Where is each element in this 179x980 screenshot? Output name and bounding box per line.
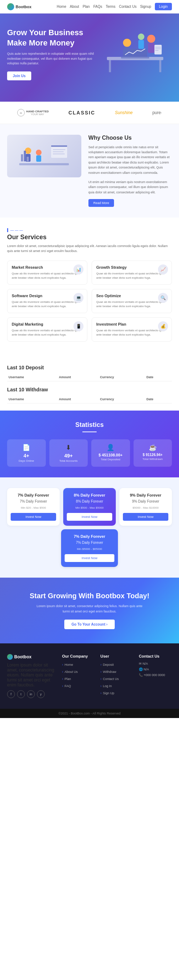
- why-choose-text1: Sed ut perspiciatis unde omnis iste natu…: [89, 145, 172, 175]
- svg-rect-11: [155, 45, 162, 54]
- svg-rect-26: [36, 155, 41, 162]
- footer-about-text: Lorem ipsum dolor sit amet, consectetura…: [7, 663, 57, 687]
- withdraw-col-amount: Amount: [57, 395, 99, 403]
- footer-company-home[interactable]: Home: [62, 663, 73, 667]
- stat-withdrawn-label: Total Withdrawn: [136, 458, 169, 461]
- seo-optimize-icon: 🔍: [158, 293, 168, 303]
- nav-plan[interactable]: Plan: [83, 5, 90, 8]
- stat-accounts-label: Total Accounts: [52, 459, 85, 463]
- hero-image: [95, 21, 176, 78]
- digital-marketing-icon: 📱: [73, 321, 84, 331]
- footer-copyright: ©2021 - BootBox.com - All Rights Reserve…: [59, 712, 121, 715]
- logo-text: Bootbox: [16, 5, 32, 9]
- footer-user-withdraw[interactable]: Withdraw: [100, 670, 117, 674]
- hero-description: Quis aute iure reprehenderit in voluptat…: [7, 51, 98, 66]
- read-more-button[interactable]: Read More: [89, 199, 114, 207]
- service-card-title: Seo Optimize: [96, 294, 167, 298]
- plan-3-invest-button[interactable]: Invest Now: [123, 513, 168, 521]
- footer-user-signup[interactable]: Sign Up: [100, 691, 114, 695]
- footer-company-plan[interactable]: Plan: [62, 677, 71, 681]
- cta-text: Lorem ipsum dolor sit amet, consectetur …: [33, 604, 146, 614]
- why-choose-section: Why Choose Us Sed ut perspiciatis unde o…: [0, 124, 179, 218]
- services-intro: Lorem dolor sit amet, consecteturadipisi…: [7, 244, 172, 253]
- youtube-icon[interactable]: y: [37, 690, 45, 698]
- service-card-desc: Quae ab illo inventore veritatis et quas…: [96, 272, 167, 280]
- withdraw-table-title: Last 10 Withdraw: [7, 387, 172, 393]
- withdraw-col-date: Date: [145, 395, 172, 403]
- brand-handcrafted-label: HAND CRAFTED: [26, 110, 49, 113]
- plan-card-2: 8% Daily Forever 8% Daily Forever Min $5…: [63, 488, 116, 526]
- service-market-research: 📊 Market Research Quae ab illo inventore…: [7, 261, 87, 285]
- cta-button[interactable]: Go To Your Account ›: [64, 620, 114, 629]
- service-growth-strategy: 📈 Growth Strategy Quae ab illo inventore…: [92, 261, 172, 285]
- linkedin-icon[interactable]: in: [27, 690, 35, 698]
- statistics-section: Statistics 📄 4+ Days Online ⬇ 49+ Total …: [0, 410, 179, 477]
- footer-user-deposit[interactable]: Deposit: [100, 663, 114, 667]
- nav-about[interactable]: About: [70, 5, 79, 8]
- investment-plan-icon: 💰: [158, 321, 168, 331]
- stat-total-deposited: 👤 $ 451108.00+ Total Deposited: [91, 439, 130, 467]
- service-software-design: 💻 Software Design Quae ab illo inventore…: [7, 289, 87, 313]
- stat-withdrawn-icon: ☕: [136, 444, 169, 452]
- footer-company-about[interactable]: About Us: [62, 670, 78, 674]
- plans-grid: 7% Daily Forever 7% Daily Forever Min $2…: [7, 488, 172, 526]
- service-card-title: Software Design: [12, 294, 83, 298]
- footer: Bootbox Lorem ipsum dolor sit amet, cons…: [0, 643, 179, 709]
- plan-center-invest-button[interactable]: Invest Now: [65, 554, 114, 562]
- plan-center-range: Min $5000 - $65000: [65, 547, 114, 550]
- tables-section: Last 10 Deposit Username Amount Currency…: [0, 352, 179, 410]
- market-research-icon: 📊: [73, 264, 84, 274]
- footer-company-faq[interactable]: FAQ: [62, 684, 71, 688]
- footer-contact-web: 🌐 N/A: [139, 668, 172, 671]
- twitter-icon[interactable]: t: [17, 690, 25, 698]
- login-button[interactable]: Login: [155, 3, 172, 10]
- service-investment-plan: 💰 Investment Plan Quae ab illo inventore…: [92, 317, 172, 342]
- why-choose-text2: Ut enim ad minima veniam quis nostrum ex…: [89, 180, 172, 195]
- service-card-title: Growth Strategy: [96, 265, 167, 269]
- svg-rect-27: [21, 154, 23, 161]
- stats-grid: 📄 4+ Days Online ⬇ 49+ Total Accounts 👤 …: [7, 439, 172, 467]
- hero-title: Grow Your Business Make More Money: [7, 28, 98, 48]
- services-section: — — — Our Services Lorem dolor sit amet,…: [0, 218, 179, 352]
- plan-1-invest-button[interactable]: Invest Now: [11, 513, 56, 521]
- stat-deposited-label: Total Deposited: [94, 458, 127, 461]
- plan-card-1: 7% Daily Forever 7% Daily Forever Min $2…: [7, 488, 60, 526]
- deposit-col-date: Date: [145, 373, 172, 382]
- footer-user-login[interactable]: Log In: [100, 684, 112, 688]
- why-choose-content: Why Choose Us Sed ut perspiciatis unde o…: [89, 135, 172, 207]
- nav-home[interactable]: Home: [57, 5, 67, 8]
- nav-contact[interactable]: Contact Us: [119, 5, 136, 8]
- growth-strategy-icon: 📈: [158, 264, 168, 274]
- service-card-title: Market Research: [12, 265, 83, 269]
- svg-point-5: [123, 39, 131, 47]
- brand-pure-label: pure·: [152, 110, 162, 115]
- hero-join-button[interactable]: Join Us: [7, 72, 31, 80]
- svg-rect-28: [24, 151, 26, 161]
- plan-center-rate: 7% Daily Forever: [65, 541, 114, 544]
- brand-pure: pure·: [152, 110, 162, 115]
- service-card-desc: Quae ab illo inventore veritatis et quas…: [96, 328, 167, 337]
- footer-company-title: Our Company: [62, 654, 95, 658]
- svg-point-7: [147, 35, 155, 43]
- stat-accounts-value: 49+: [52, 453, 85, 458]
- footer-user-contact[interactable]: Contact Us: [100, 677, 119, 681]
- brand-sunshine: Sunshine: [115, 110, 133, 115]
- service-card-title: Digital Marketing: [12, 322, 83, 326]
- nav-terms[interactable]: Terms: [106, 5, 116, 8]
- service-card-desc: Quae ab illo inventore veritatis et quas…: [96, 300, 167, 309]
- footer-user: User Deposit Withdraw Contact Us Log In …: [100, 654, 133, 698]
- stat-accounts-icon: ⬇: [52, 444, 85, 452]
- service-digital-marketing: 📱 Digital Marketing Quae ab illo invento…: [7, 317, 87, 342]
- nav-signup[interactable]: Signup: [140, 5, 151, 8]
- plan-card-center: 7% Daily Forever 7% Daily Forever Min $5…: [61, 529, 118, 567]
- brand-handcrafted-sub: YOUR WAY: [26, 113, 49, 116]
- plan-2-invest-button[interactable]: Invest Now: [67, 513, 112, 521]
- nav-faqs[interactable]: FAQs: [93, 5, 102, 8]
- logo-icon: [7, 3, 14, 10]
- software-design-icon: 💻: [73, 293, 84, 303]
- svg-rect-1: [109, 60, 111, 72]
- svg-rect-4: [121, 57, 149, 59]
- footer-contact: Contact Us ✉ N/A 🌐 N/A 📞 +000 000 0000: [139, 654, 172, 698]
- stats-divider: [82, 431, 97, 432]
- facebook-icon[interactable]: f: [7, 690, 15, 698]
